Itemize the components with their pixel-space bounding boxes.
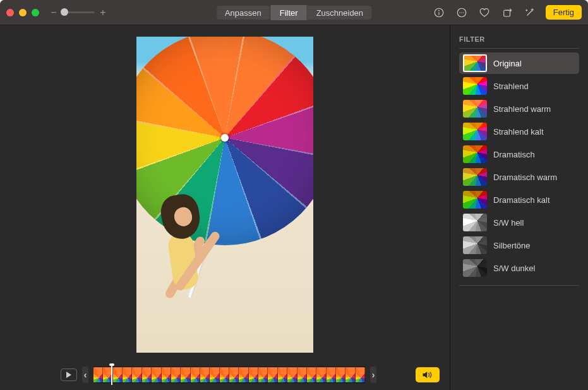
filter-thumbnail — [463, 54, 487, 72]
edit-mode-segmented: Anpassen Filter Zuschneiden — [216, 5, 372, 20]
sidebar-heading: FILTER — [459, 35, 579, 43]
canvas-area: ‹ › — [0, 25, 450, 390]
filmstrip-frame[interactable] — [220, 367, 229, 382]
filmstrip-frame[interactable] — [336, 367, 345, 382]
divider — [459, 285, 579, 286]
filmstrip-frame[interactable] — [229, 367, 239, 382]
playhead[interactable] — [111, 365, 112, 385]
filter-option[interactable]: Strahlend kalt — [459, 121, 579, 142]
filmstrip-frame[interactable] — [249, 367, 258, 382]
filter-option[interactable]: Silbertöne — [459, 235, 579, 256]
tab-filter[interactable]: Filter — [271, 5, 308, 20]
filter-label: Dramatisch warm — [493, 173, 557, 182]
filter-thumbnail — [463, 123, 487, 140]
filter-option[interactable]: Original — [459, 52, 579, 74]
filmstrip-frame[interactable] — [181, 367, 190, 382]
filmstrip-frame[interactable] — [113, 367, 123, 382]
info-icon[interactable] — [432, 6, 446, 20]
fullscreen-window-button[interactable] — [32, 9, 39, 16]
filter-thumbnail — [463, 214, 487, 231]
video-scrubber-bar: ‹ › — [0, 363, 450, 390]
filmstrip-frame[interactable] — [132, 367, 141, 382]
filmstrip-frame[interactable] — [162, 367, 171, 382]
more-icon[interactable] — [455, 6, 469, 20]
filter-thumbnail — [463, 191, 487, 209]
filmstrip-frame[interactable] — [327, 367, 336, 382]
auto-enhance-icon[interactable] — [523, 6, 537, 20]
filter-label: Silbertöne — [493, 241, 531, 250]
filmstrip-frame[interactable] — [268, 367, 277, 382]
filter-label: Strahlend — [493, 82, 529, 91]
filmstrip[interactable] — [93, 367, 365, 383]
zoom-out-icon: − — [49, 7, 58, 18]
filter-thumbnail — [463, 168, 487, 186]
filmstrip-frame[interactable] — [278, 367, 287, 382]
filmstrip-frame[interactable] — [200, 367, 210, 382]
editor-body: ‹ › FILTER OriginalStrahlendStrahlend wa… — [0, 25, 588, 390]
filmstrip-frame[interactable] — [297, 367, 307, 382]
filter-thumbnail — [463, 236, 487, 254]
divider — [459, 48, 579, 49]
filter-label: S/W dunkel — [493, 264, 535, 273]
filter-label: S/W hell — [493, 218, 524, 228]
filter-option[interactable]: Strahlend warm — [459, 98, 579, 119]
filter-option[interactable]: Dramatisch — [459, 143, 579, 165]
filter-label: Dramatisch — [493, 150, 535, 159]
filter-option[interactable]: Dramatisch kalt — [459, 189, 579, 210]
titlebar-right-group: Fertig — [432, 5, 582, 20]
favorite-heart-icon[interactable] — [477, 6, 491, 20]
trim-handle-left[interactable]: ‹ — [82, 367, 88, 383]
filter-thumbnail — [463, 259, 487, 277]
filmstrip-frame[interactable] — [210, 367, 219, 382]
tab-adjust[interactable]: Anpassen — [216, 5, 271, 20]
tab-crop[interactable]: Zuschneiden — [308, 5, 372, 20]
filmstrip-frame[interactable] — [191, 367, 200, 382]
filmstrip-frame[interactable] — [258, 367, 268, 382]
canvas-viewport — [0, 25, 450, 363]
rotate-icon[interactable] — [500, 6, 514, 20]
svg-point-5 — [461, 12, 462, 13]
close-window-button[interactable] — [6, 9, 14, 16]
filmstrip-frame[interactable] — [287, 367, 297, 382]
svg-point-6 — [463, 12, 464, 13]
filter-label: Strahlend warm — [493, 104, 551, 114]
svg-point-4 — [459, 12, 460, 13]
trim-handle-right[interactable]: › — [370, 367, 376, 383]
window-controls — [6, 9, 39, 16]
filter-label: Dramatisch kalt — [493, 195, 550, 205]
filmstrip-frame[interactable] — [239, 367, 248, 382]
filter-thumbnail — [463, 100, 487, 118]
minimize-window-button[interactable] — [19, 9, 27, 16]
filmstrip-frame[interactable] — [345, 367, 355, 382]
filter-option[interactable]: S/W dunkel — [459, 257, 579, 279]
zoom-slider[interactable] — [62, 11, 95, 13]
filter-list: OriginalStrahlendStrahlend warmStrahlend… — [459, 52, 579, 279]
filmstrip-frame[interactable] — [316, 367, 326, 382]
zoom-slider-thumb[interactable] — [61, 8, 68, 16]
filter-thumbnail — [463, 77, 487, 95]
done-button[interactable]: Fertig — [546, 5, 582, 20]
audio-mute-button[interactable] — [416, 367, 440, 382]
filter-option[interactable]: Dramatisch warm — [459, 166, 579, 188]
filmstrip-frame[interactable] — [123, 367, 132, 382]
svg-point-2 — [438, 10, 439, 11]
filmstrip-frame[interactable] — [171, 367, 181, 382]
photo-preview — [136, 37, 313, 353]
filter-thumbnail — [463, 145, 487, 163]
svg-rect-7 — [504, 10, 510, 16]
zoom-in-icon: + — [99, 7, 107, 18]
filmstrip-frame[interactable] — [307, 367, 316, 382]
filmstrip-frame[interactable] — [142, 367, 152, 382]
filter-option[interactable]: Strahlend — [459, 75, 579, 97]
filter-label: Strahlend kalt — [493, 127, 544, 137]
filmstrip-frame[interactable] — [152, 367, 161, 382]
filter-label: Original — [493, 59, 522, 68]
photos-edit-window: − + Anpassen Filter Zuschneiden — [0, 0, 588, 390]
zoom-slider-group: − + — [49, 7, 107, 18]
play-button[interactable] — [61, 369, 77, 381]
filter-option[interactable]: S/W hell — [459, 212, 579, 233]
filter-sidebar: FILTER OriginalStrahlendStrahlend warmSt… — [450, 25, 588, 390]
titlebar: − + Anpassen Filter Zuschneiden — [0, 0, 588, 25]
filmstrip-frame[interactable] — [356, 367, 365, 382]
filmstrip-frame[interactable] — [93, 367, 103, 382]
